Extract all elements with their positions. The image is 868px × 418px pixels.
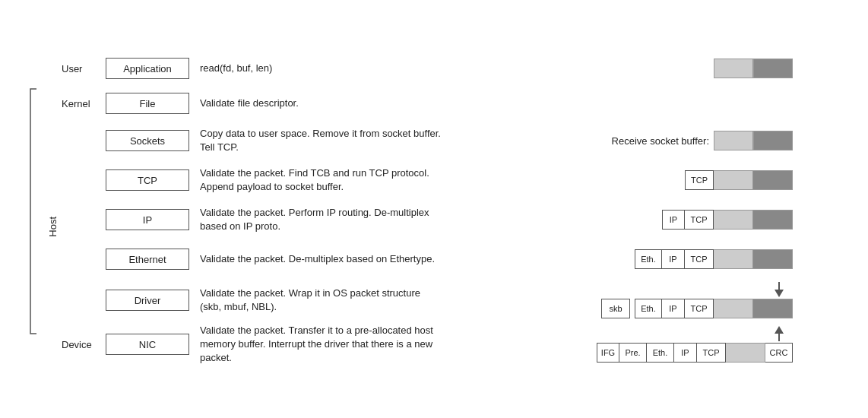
component-label-tcp: TCP	[138, 175, 157, 186]
packet-nic: IFG Pre. Eth. IP TCP	[443, 326, 793, 363]
component-sockets: Sockets	[106, 130, 189, 151]
nic-pre-label: Pre.	[625, 348, 640, 357]
eth-ip-label: IP	[669, 255, 676, 264]
packet-app	[443, 59, 793, 78]
desc-tcp: Validate the packet. Find TCB and run TC…	[200, 166, 443, 194]
nic-crc-cell: CRC	[765, 343, 793, 363]
host-label-area: Host	[45, 51, 60, 367]
nic-eth-cell: Eth.	[647, 343, 674, 363]
nic-ip-cell: IP	[674, 343, 697, 363]
tcp-data-dark	[753, 170, 793, 190]
sublabel-kernel: Kernel	[62, 98, 106, 109]
nic-pre-cell: Pre.	[619, 343, 647, 363]
row-ip: IP Validate the packet. Perform IP routi…	[62, 200, 844, 239]
nic-tcp-label: TCP	[703, 348, 720, 357]
component-application: Application	[106, 58, 189, 79]
packet-tcp: TCP	[443, 170, 793, 190]
row-tcp: TCP Validate the packet. Find TCB and ru…	[62, 160, 844, 200]
network-stack-diagram: Host User Application read(fd, buf, len)	[16, 36, 852, 382]
nic-ifg-label: IFG	[601, 348, 615, 357]
ip-data-light	[714, 210, 753, 230]
arrow-down-icon	[775, 290, 784, 297]
eth-cell-eth: Eth.	[635, 249, 662, 269]
eth-data-dark	[753, 249, 793, 269]
packet-sockets: Receive socket buffer:	[443, 131, 793, 150]
desc-ethernet: Validate the packet. De-multiplex based …	[200, 252, 443, 266]
desc-nic: Validate the packet. Transfer it to a pr…	[200, 324, 443, 366]
row-kernel-file: Kernel File Validate file descriptor.	[62, 86, 844, 121]
component-label-ip: IP	[143, 214, 152, 226]
sublabel-user: User	[62, 63, 106, 74]
driver-skb-cell: skb	[601, 299, 630, 318]
driver-eth-cell: Eth.	[635, 299, 662, 318]
component-label-driver: Driver	[135, 295, 161, 306]
driver-tcp-label: TCP	[691, 304, 708, 313]
nic-ip-label: IP	[681, 348, 689, 357]
app-data-light	[714, 59, 753, 78]
eth-tcp-label: TCP	[691, 255, 708, 264]
arrow-line-bottom	[778, 334, 780, 341]
driver-tcp-cell: TCP	[685, 299, 714, 318]
component-file: File	[106, 93, 189, 114]
component-nic: NIC	[106, 334, 189, 355]
component-ip: IP	[106, 209, 189, 230]
driver-skb-label: skb	[609, 304, 622, 313]
sublabel-device: Device	[62, 339, 106, 350]
packet-driver: skb Eth. IP TCP	[443, 282, 793, 318]
nic-eth-label: Eth.	[653, 348, 668, 357]
eth-tcp-cell: TCP	[685, 249, 714, 269]
component-label-ethernet: Ethernet	[128, 254, 166, 265]
component-ethernet: Ethernet	[106, 249, 189, 270]
arrow-line-top	[778, 282, 780, 290]
packet-ip: IP TCP	[443, 210, 793, 230]
app-data-dark	[753, 59, 793, 78]
nic-ifg-cell: IFG	[597, 343, 619, 363]
driver-data-light	[714, 299, 753, 318]
component-tcp: TCP	[106, 169, 189, 191]
desc-driver: Validate the packet. Wrap it in OS packe…	[200, 287, 443, 314]
eth-ip-cell: IP	[662, 249, 685, 269]
ip-tcp-cell-label: TCP	[691, 215, 708, 224]
component-driver: Driver	[106, 290, 189, 311]
nic-tcp-cell: TCP	[697, 343, 726, 363]
recv-buf-dark	[753, 131, 793, 150]
row-sockets: Sockets Copy data to user space. Remove …	[62, 121, 844, 160]
host-brace-svg	[26, 86, 40, 337]
ip-cell: IP	[662, 210, 685, 230]
component-label-file: File	[140, 98, 156, 109]
desc-ip: Validate the packet. Perform IP routing.…	[200, 206, 443, 233]
packet-ethernet: Eth. IP TCP	[443, 249, 793, 269]
row-nic: Device NIC Validate the packet. Transfer…	[62, 321, 844, 367]
ip-data-dark	[753, 210, 793, 230]
host-brace-area	[24, 51, 42, 367]
nic-crc-label: CRC	[770, 348, 788, 357]
driver-ip-cell: IP	[662, 299, 685, 318]
recv-buf-light	[714, 131, 753, 150]
driver-data-dark	[753, 299, 793, 318]
arrow-up-icon	[775, 326, 784, 334]
driver-eth-label: Eth.	[641, 304, 656, 313]
tcp-data-light	[714, 170, 753, 190]
tcp-cell: TCP	[685, 170, 714, 190]
tcp-cell-label: TCP	[691, 176, 708, 185]
nic-data-light	[726, 343, 765, 363]
desc-file: Validate file descriptor.	[200, 97, 443, 110]
recv-socket-buffer-label: Receive socket buffer:	[612, 135, 709, 147]
host-label: Host	[47, 217, 59, 237]
row-user: User Application read(fd, buf, len)	[62, 51, 844, 86]
desc-sockets: Copy data to user space. Remove it from …	[200, 127, 443, 154]
row-driver: Driver Validate the packet. Wrap it in O…	[62, 279, 844, 321]
component-label-sockets: Sockets	[130, 135, 165, 147]
component-label-application: Application	[123, 63, 172, 74]
eth-data-light	[714, 249, 753, 269]
desc-application: read(fd, buf, len)	[200, 62, 443, 75]
ip-tcp-cell: TCP	[685, 210, 714, 230]
component-label-nic: NIC	[139, 339, 156, 350]
row-ethernet: Ethernet Validate the packet. De-multipl…	[62, 239, 844, 279]
driver-ip-label: IP	[669, 304, 676, 313]
eth-cell-eth-label: Eth.	[641, 255, 656, 264]
stack-rows: User Application read(fd, buf, len) Kern…	[62, 51, 844, 367]
ip-cell-label: IP	[670, 215, 677, 224]
